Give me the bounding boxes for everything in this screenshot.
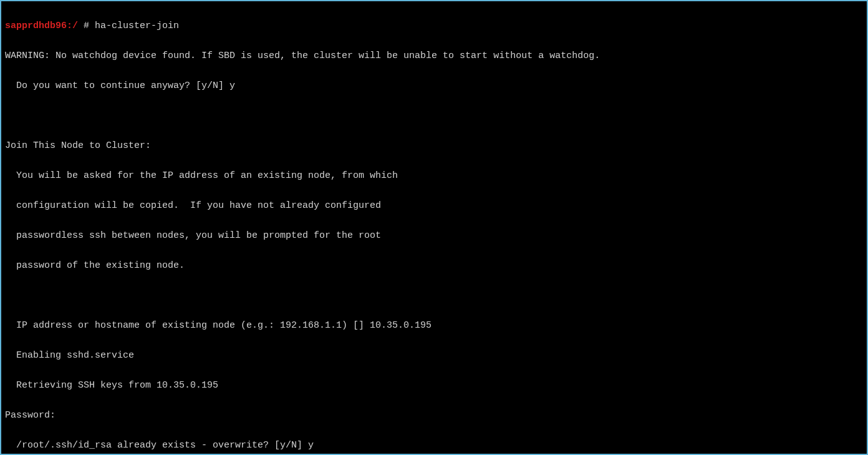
output-line: WARNING: No watchdog device found. If SB… bbox=[5, 49, 863, 64]
output-line: /root/.ssh/id_rsa already exists - overw… bbox=[5, 438, 863, 453]
shell-prompt: sapprdhdb96:/ bbox=[5, 21, 84, 31]
output-line: Retrieving SSH keys from 10.35.0.195 bbox=[5, 378, 863, 393]
output-line: password of the existing node. bbox=[5, 258, 863, 273]
output-line: Enabling sshd.service bbox=[5, 348, 863, 363]
output-line: configuration will be copied. If you hav… bbox=[5, 198, 863, 213]
output-line: Join This Node to Cluster: bbox=[5, 139, 863, 154]
output-line: Password: bbox=[5, 408, 863, 423]
output-line: IP address or hostname of existing node … bbox=[5, 318, 863, 333]
output-line: You will be asked for the IP address of … bbox=[5, 169, 863, 183]
command-line-1: sapprdhdb96:/ # ha-cluster-join bbox=[5, 19, 863, 34]
output-line bbox=[5, 109, 863, 124]
output-line: passwordless ssh between nodes, you will… bbox=[5, 228, 863, 243]
prompt-hash: # bbox=[84, 21, 89, 31]
entered-command: ha-cluster-join bbox=[89, 21, 179, 31]
terminal-window[interactable]: sapprdhdb96:/ # ha-cluster-join WARNING:… bbox=[1, 1, 867, 455]
output-line: Do you want to continue anyway? [y/N] y bbox=[5, 79, 863, 94]
output-line bbox=[5, 288, 863, 303]
